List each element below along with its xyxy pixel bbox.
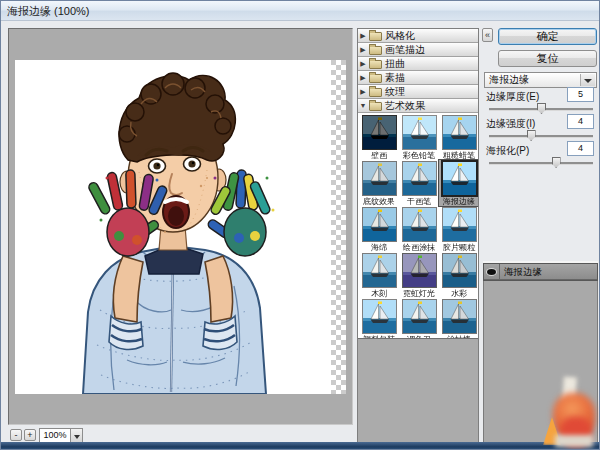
filter-list-empty-area (358, 338, 478, 443)
slider-thumb[interactable] (527, 130, 536, 141)
slider-thumb[interactable] (537, 103, 546, 114)
slider-thumb[interactable] (552, 157, 561, 168)
filter-thumbnail-label: 木刻 (360, 288, 398, 298)
filter-thumbnail-label: 海报边缘 (440, 196, 478, 206)
filter-category[interactable]: ▶ 扭曲 (358, 57, 478, 71)
folder-icon (369, 60, 382, 69)
filter-thumbnail-image (362, 253, 397, 288)
reset-button[interactable]: 复位 (498, 50, 597, 67)
filter-thumbnail-label: 干画笔 (400, 196, 438, 206)
filter-thumbnail-image (402, 299, 437, 334)
titlebar[interactable]: 海报边缘 (100%) (1, 1, 599, 21)
folder-icon (369, 32, 382, 41)
filter-category-list: ▶ 风格化 ▶ 画笔描边 ▶ 扭曲 ▶ 素描 ▶ 纹理 ▼ 艺术效果 (358, 29, 478, 113)
visibility-toggle[interactable] (484, 264, 500, 279)
slider-track[interactable] (489, 135, 593, 138)
filter-category[interactable]: ▶ 纹理 (358, 85, 478, 99)
filter-category[interactable]: ▶ 风格化 (358, 29, 478, 43)
folder-icon (369, 102, 382, 111)
filter-thumbnail-label: 绘画涂抹 (400, 242, 438, 252)
filter-thumbnail[interactable]: 海绵 (359, 206, 399, 252)
zoom-in-button[interactable]: + (24, 429, 36, 441)
slider-value-input[interactable]: 4 (567, 141, 594, 156)
slider-row: 海报化(P) 4 (484, 141, 597, 168)
filter-thumbnail[interactable]: 底纹效果 (359, 160, 399, 206)
filter-category-label: 风格化 (385, 29, 415, 43)
zoom-out-button[interactable]: - (10, 429, 22, 441)
filter-thumbnail-label: 胶片颗粒 (440, 242, 478, 252)
slider-track[interactable] (489, 108, 593, 111)
filter-select-value: 海报边缘 (489, 74, 529, 85)
disclosure-triangle-icon: ▶ (358, 88, 368, 96)
zoom-level-value: 100% (43, 430, 66, 440)
preview-image (15, 60, 331, 394)
filter-category-label: 画笔描边 (385, 43, 425, 57)
filter-thumbnail[interactable]: 木刻 (359, 252, 399, 298)
filter-thumbnail[interactable]: 壁画 (359, 114, 399, 160)
zoom-dropdown-arrow[interactable] (70, 428, 83, 443)
filter-thumbnail-label: 壁画 (360, 150, 398, 160)
collapse-thumbnails-button[interactable]: « (482, 28, 493, 42)
filter-thumbnail[interactable]: 水彩 (439, 252, 479, 298)
filter-thumbnail-label: 海绵 (360, 242, 398, 252)
filter-gallery-dialog: 海报边缘 (100%) (0, 0, 600, 450)
disclosure-triangle-icon: ▼ (358, 102, 368, 109)
filter-thumbnail-label: 彩色铅笔 (400, 150, 438, 160)
filter-thumbnail-image (442, 115, 477, 150)
slider-track[interactable] (489, 162, 593, 165)
poster-edges-boy-illustration (15, 60, 331, 394)
disclosure-triangle-icon: ▶ (358, 46, 368, 54)
filter-thumbnail[interactable]: 彩色铅笔 (399, 114, 439, 160)
filter-thumbnail-image (362, 115, 397, 150)
filter-options: 边缘厚度(E) 5 边缘强度(I) 4 海报化(P) 4 (484, 87, 597, 168)
slider-value-input[interactable]: 4 (567, 114, 594, 129)
filter-category[interactable]: ▼ 艺术效果 (358, 99, 478, 113)
transparency-checkerboard (331, 60, 346, 394)
filter-thumbnail-image (362, 161, 397, 196)
filter-thumbnail-label: 霓虹灯光 (400, 288, 438, 298)
slider-label: 边缘强度(I) (486, 117, 535, 131)
slider-label: 边缘厚度(E) (486, 90, 539, 104)
slider-label: 海报化(P) (486, 144, 529, 158)
filter-category[interactable]: ▶ 画笔描边 (358, 43, 478, 57)
effect-layer-row[interactable]: 海报边缘 (484, 264, 597, 280)
filter-category-label: 纹理 (385, 85, 405, 99)
filter-thumbnail-image (402, 115, 437, 150)
filter-thumbnail[interactable]: 绘画涂抹 (399, 206, 439, 252)
filter-thumbnail-image (442, 253, 477, 288)
ok-button[interactable]: 确定 (498, 28, 597, 45)
preview-pane (8, 28, 353, 425)
filter-thumbnail[interactable]: 胶片颗粒 (439, 206, 479, 252)
slider-row: 边缘强度(I) 4 (484, 114, 597, 141)
filter-thumbnail-label: 粗糙蜡笔 (440, 150, 478, 160)
filter-thumbnail-image (442, 161, 477, 196)
filter-thumbnail[interactable]: 海报边缘 (439, 160, 479, 206)
dialog-title: 海报边缘 (100%) (1, 2, 90, 21)
filter-thumbnail-image (442, 207, 477, 242)
chevron-down-icon (580, 74, 595, 86)
filter-category[interactable]: ▶ 素描 (358, 71, 478, 85)
effect-layer-label: 海报边缘 (500, 264, 542, 279)
folder-icon (369, 74, 382, 83)
filter-select[interactable]: 海报边缘 (484, 72, 597, 88)
filter-category-label: 扭曲 (385, 57, 405, 71)
folder-icon (369, 46, 382, 55)
filter-category-label: 素描 (385, 71, 405, 85)
window-bottom-edge (1, 442, 599, 449)
filter-thumbnail[interactable]: 干画笔 (399, 160, 439, 206)
filter-thumbnail-label: 底纹效果 (360, 196, 398, 206)
filter-thumbnail-image (402, 161, 437, 196)
filter-thumbnail-image (402, 253, 437, 288)
disclosure-triangle-icon: ▶ (358, 74, 368, 82)
filter-gallery-list: ▶ 风格化 ▶ 画笔描边 ▶ 扭曲 ▶ 素描 ▶ 纹理 ▼ 艺术效果 壁画 彩色… (357, 28, 479, 444)
filter-thumbnail[interactable]: 粗糙蜡笔 (439, 114, 479, 160)
filter-thumbnail-image (362, 299, 397, 334)
zoom-level-select[interactable]: 100% (39, 428, 71, 443)
effect-layers-panel: 海报边缘 (483, 263, 598, 444)
folder-icon (369, 88, 382, 97)
filter-thumbnail-image (402, 207, 437, 242)
disclosure-triangle-icon: ▶ (358, 60, 368, 68)
slider-value-input[interactable]: 5 (567, 87, 594, 102)
filter-thumbnail[interactable]: 霓虹灯光 (399, 252, 439, 298)
eye-icon (487, 269, 496, 275)
